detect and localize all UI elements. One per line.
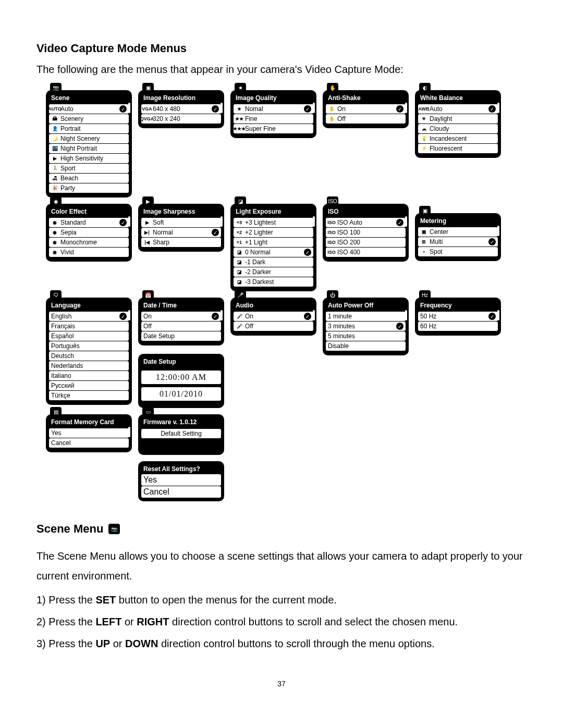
item-icon: 🏖 — [51, 175, 58, 181]
menu-item[interactable]: ☀Daylight — [418, 114, 498, 124]
menu-datetime: 📅 Date / TimeOn✓OffDate Setup — [138, 298, 224, 346]
menu-item[interactable]: 🎤Off — [234, 322, 313, 331]
menu-firmware: ▭ Firmware v. 1.0.12 Default Setting — [138, 414, 224, 455]
menu-item[interactable]: ◉Monochrome — [49, 238, 129, 247]
menu-item[interactable]: ▶|Normal✓ — [141, 228, 221, 237]
item-icon: ▶| — [143, 229, 151, 236]
resolution-icon: ▣ — [142, 83, 154, 92]
menu-item[interactable]: Off — [141, 322, 221, 331]
item-label: Français — [51, 323, 127, 330]
menu-item[interactable]: |◀Sharp — [141, 238, 221, 247]
menu-item[interactable]: ★Nomal✓ — [234, 104, 313, 114]
item-icon: +2 — [236, 229, 243, 236]
menu-item[interactable]: Yes — [49, 428, 129, 438]
scene-menu-heading-label: Scene Menu — [36, 522, 103, 536]
menu-item[interactable]: 🏃Sport — [49, 164, 129, 173]
menu-item[interactable]: ◪-3 Darkest — [234, 277, 313, 287]
item-label: Off — [337, 115, 403, 122]
menu-item[interactable]: Date Setup — [141, 331, 221, 341]
item-icon: ◉ — [51, 229, 58, 236]
menu-title: Image Quality — [234, 93, 313, 104]
menu-item[interactable]: Disable — [326, 341, 406, 351]
menu-item[interactable]: Italiano — [49, 371, 129, 380]
menu-item[interactable]: ✋On✓ — [326, 104, 406, 114]
menu-item[interactable]: ◪-2 Darker — [234, 267, 313, 277]
menu-item[interactable]: ☁Cloudy — [418, 124, 498, 133]
menu-item[interactable]: 60 Hz — [418, 322, 498, 331]
item-icon: ★ — [236, 106, 243, 112]
menu-item[interactable]: 1 minute — [326, 312, 406, 321]
menu-item[interactable]: ◪-1 Dark — [234, 257, 313, 267]
item-label: Monochrome — [60, 239, 127, 246]
menu-item[interactable]: ★★★Super Fine — [234, 124, 313, 133]
camera-icon: 📷 — [108, 524, 120, 534]
menu-item[interactable]: ★★Fine — [234, 114, 313, 124]
item-label: Incandescent — [430, 135, 496, 142]
menu-item[interactable]: 🏔Scenery — [49, 114, 129, 124]
menu-item[interactable]: Yes — [141, 474, 221, 486]
menu-item[interactable]: 3 minutes✓ — [326, 322, 406, 331]
menu-item[interactable]: Português — [49, 341, 129, 351]
menu-item[interactable]: ◉Standard✓ — [49, 218, 129, 227]
menu-item[interactable]: Deutsch — [49, 351, 129, 361]
menu-item[interactable]: 5 minutes — [326, 331, 406, 341]
menu-title: Audio — [234, 301, 313, 311]
step-1: 1) Press the SET button to open the menu… — [36, 590, 527, 610]
item-label: Cloudy — [430, 125, 496, 132]
menu-item[interactable]: ISOISO 100 — [326, 228, 406, 237]
menu-item[interactable]: +1+1 Light — [234, 238, 313, 247]
menu-item[interactable]: ◉Sepia — [49, 228, 129, 237]
menu-item[interactable]: QVGA320 x 240 — [141, 114, 221, 124]
default-setting-button[interactable]: Default Setting — [141, 429, 221, 438]
menu-item[interactable]: Français — [49, 322, 129, 331]
menu-item[interactable]: Nederlands — [49, 361, 129, 371]
menu-item[interactable]: ISOISO 400 — [326, 248, 406, 257]
menu-item[interactable]: ▪Spot — [418, 247, 498, 256]
menu-item[interactable]: ▶Soft — [141, 218, 221, 227]
menu-item[interactable]: ◉Vivid — [49, 248, 129, 257]
menu-item[interactable]: 🎉Party — [49, 183, 129, 193]
menu-item[interactable]: 🎤On✓ — [234, 312, 313, 321]
item-label: ISO Auto — [337, 219, 394, 226]
intro-text: The following are the menus that appear … — [36, 64, 527, 76]
item-label: Sport — [60, 165, 127, 172]
menu-item[interactable]: 🌃Night Portrait — [49, 144, 129, 153]
menu-item[interactable]: On✓ — [141, 312, 221, 321]
menu-item[interactable]: 🏖Beach — [49, 174, 129, 183]
menu-item[interactable]: ⊞Multi✓ — [418, 237, 498, 246]
item-label: 3 minutes — [328, 323, 394, 330]
item-icon: ◪ — [236, 259, 243, 265]
menu-item[interactable]: 50 Hz✓ — [418, 312, 498, 321]
menu-item[interactable]: Español — [49, 331, 129, 341]
menu-item[interactable]: 🌙Night Scenery — [49, 134, 129, 143]
menu-item[interactable]: AWBAuto✓ — [418, 104, 498, 114]
item-icon: AUTO — [51, 106, 58, 112]
menu-item[interactable]: AUTOAuto✓ — [49, 104, 129, 114]
menu-item[interactable]: Русский — [49, 381, 129, 390]
menu-item[interactable]: ▶High Sensitivity — [49, 154, 129, 163]
menu-item[interactable]: 💡Incandescent — [418, 134, 498, 143]
menu-metering: ▣ Metering▣Center⊞Multi✓▪Spot — [415, 213, 501, 261]
menu-item[interactable]: Cancel — [141, 486, 221, 498]
item-icon: ★★★ — [236, 126, 243, 132]
menu-item[interactable]: ✋Off — [326, 114, 406, 124]
menu-item[interactable]: Türkçe — [49, 391, 129, 400]
check-icon: ✓ — [396, 219, 403, 226]
menu-item[interactable]: ISOISO Auto✓ — [326, 218, 406, 227]
item-label: Normal — [153, 229, 210, 236]
menu-item[interactable]: VGA640 x 480✓ — [141, 104, 221, 114]
menu-item[interactable]: 👤Portrait — [49, 124, 129, 133]
menu-item[interactable]: +3+3 Lightest — [234, 218, 313, 227]
menu-item[interactable]: ◪0 Normal✓ — [234, 248, 313, 257]
menu-item[interactable]: Cancel — [49, 438, 129, 448]
item-icon: ◪ — [236, 279, 243, 285]
item-label: Sepia — [60, 229, 127, 236]
item-label: Center — [430, 228, 496, 236]
menu-item[interactable]: English✓ — [49, 312, 129, 321]
menu-item[interactable]: ⚡Fluorescent — [418, 144, 498, 153]
menu-item[interactable]: ▣Center — [418, 227, 498, 237]
check-icon: ✓ — [304, 105, 311, 113]
item-label: Party — [60, 184, 127, 192]
menu-item[interactable]: +2+2 Lighter — [234, 228, 313, 237]
menu-item[interactable]: ISOISO 200 — [326, 238, 406, 247]
